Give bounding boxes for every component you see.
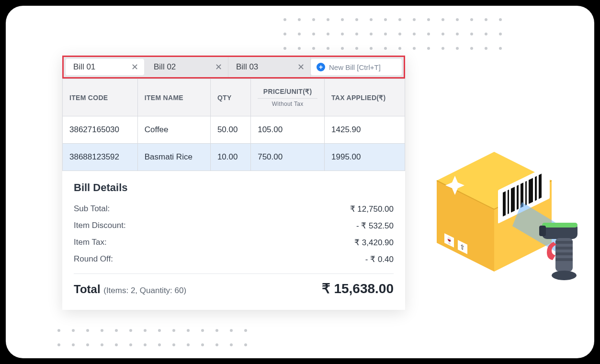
cell-qty: 50.00 [210, 116, 250, 144]
total-value: ₹ 15,638.00 [322, 281, 394, 296]
svg-rect-11 [529, 178, 533, 204]
dot-grid-bottom [57, 329, 247, 346]
new-bill-label: New Bill [Ctrl+T] [329, 63, 381, 71]
tab-bill-01[interactable]: Bill 01 ✕ [66, 59, 144, 75]
col-price: PRICE/UNIT(₹) Without Tax [251, 79, 325, 116]
svg-rect-5 [503, 191, 506, 216]
col-qty: QTY [210, 79, 250, 116]
total-meta: (Items: 2, Quantity: 60) [103, 286, 186, 295]
cell-name: Basmati Rice [137, 144, 210, 171]
plus-icon: + [317, 63, 325, 71]
close-icon[interactable]: ✕ [297, 62, 305, 72]
row-total: Total (Items: 2, Quantity: 60) ₹ 15,638.… [74, 281, 394, 296]
app-card: Bill 01 ✕ Bill 02 ✕ Bill 03 ✕ + New Bill… [6, 6, 594, 358]
tab-bar: Bill 01 ✕ Bill 02 ✕ Bill 03 ✕ + New Bill… [62, 56, 405, 79]
tab-bill-03[interactable]: Bill 03 ✕ [228, 57, 311, 77]
items-table: ITEM CODE ITEM NAME QTY PRICE/UNIT(₹) Wi… [62, 79, 405, 171]
svg-rect-20 [542, 223, 577, 228]
divider [74, 273, 394, 274]
bill-details: Bill Details Sub Total: ₹ 12,750.00 Item… [62, 171, 405, 310]
svg-rect-25 [555, 252, 573, 255]
row-subtotal: Sub Total: ₹ 12,750.00 [74, 201, 394, 217]
table-row[interactable]: 38627165030 Coffee 50.00 105.00 1425.90 [63, 116, 405, 144]
cell-tax: 1425.90 [325, 116, 405, 144]
svg-rect-10 [525, 181, 527, 205]
row-discount: Item Discount: - ₹ 532.50 [74, 217, 394, 234]
bill-window: Bill 01 ✕ Bill 02 ✕ Bill 03 ✕ + New Bill… [62, 56, 405, 310]
tab-bill-02[interactable]: Bill 02 ✕ [146, 57, 228, 77]
details-heading: Bill Details [74, 182, 394, 194]
svg-rect-24 [555, 247, 573, 250]
cell-price: 750.00 [251, 144, 325, 171]
svg-rect-8 [517, 185, 519, 210]
svg-rect-12 [535, 176, 537, 201]
row-tax: Item Tax: ₹ 3,420.90 [74, 234, 394, 251]
cell-code: 38688123592 [63, 144, 138, 171]
cell-price: 105.00 [251, 116, 325, 144]
cell-code: 38627165030 [63, 116, 138, 144]
total-label: Total [74, 283, 101, 296]
table-row[interactable]: 38688123592 Basmati Rice 10.00 750.00 19… [63, 144, 405, 171]
close-icon[interactable]: ✕ [215, 62, 222, 72]
dot-grid-top [283, 18, 502, 50]
close-icon[interactable]: ✕ [131, 62, 138, 72]
col-item-code: ITEM CODE [63, 79, 138, 116]
svg-rect-21 [539, 226, 546, 236]
cell-qty: 10.00 [210, 144, 250, 171]
tab-label: Bill 03 [236, 62, 258, 72]
row-roundoff: Round Off: - ₹ 0.40 [74, 251, 394, 268]
tab-label: Bill 02 [154, 62, 176, 72]
svg-rect-13 [539, 174, 542, 199]
cell-tax: 1995.00 [325, 144, 405, 171]
svg-rect-26 [555, 258, 573, 261]
svg-rect-7 [511, 187, 515, 213]
col-tax: TAX APPLIED(₹) [325, 79, 405, 116]
barcode-scanner-illustration: 🍷 ⇧ [418, 118, 580, 300]
cell-name: Coffee [137, 116, 210, 144]
tab-label: Bill 01 [73, 62, 95, 72]
new-bill-button[interactable]: + New Bill [Ctrl+T] [311, 59, 402, 75]
svg-rect-6 [508, 190, 509, 214]
col-item-name: ITEM NAME [137, 79, 210, 116]
svg-rect-23 [555, 241, 573, 244]
svg-point-27 [552, 271, 577, 280]
